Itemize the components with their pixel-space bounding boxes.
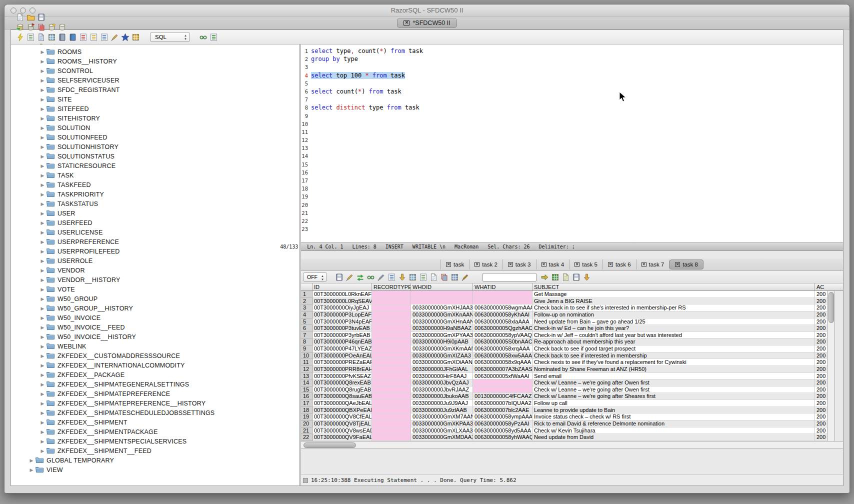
table-cell[interactable]	[473, 298, 532, 305]
table-cell[interactable]: 00T3000000Q8sauEAB	[312, 393, 372, 400]
table-cell[interactable]: 00T3000000L0RqSEAV	[312, 298, 372, 305]
table-cell[interactable]: 200	[815, 291, 827, 298]
disclosure-triangle-icon[interactable]: ▶	[38, 173, 46, 178]
sidebar-item-w50-invoice-feed[interactable]: ▶W50_INVOICE__FEED	[11, 322, 299, 332]
table-cell[interactable]: 00T3000000QV8wsEAD	[312, 428, 372, 434]
sidebar-item-zkfedex-shipment[interactable]: ▶ZKFEDEX__SHIPMENT	[11, 418, 299, 427]
table-cell[interactable]: 200	[815, 346, 827, 352]
table-cell[interactable]: Check w/ Leanne – we're going after Shea…	[532, 393, 815, 400]
sidebar-item-w50-group[interactable]: ▶W50_GROUP	[11, 294, 299, 304]
new-file-icon[interactable]	[15, 12, 26, 22]
table-cell[interactable]: 0033000000Ju9zlAAB	[411, 407, 473, 414]
disclosure-triangle-icon[interactable]: ▶	[38, 278, 46, 282]
connect-database-icon[interactable]	[15, 22, 26, 32]
table-cell[interactable]: 00T3000000L0RknEAF	[312, 291, 372, 298]
table-cell[interactable]: 00T3000000QV8CfEAL	[312, 414, 372, 420]
disclosure-triangle-icon[interactable]: ▶	[38, 401, 46, 406]
table-cell[interactable]: 200	[815, 414, 827, 420]
table-cell[interactable]: 200	[815, 325, 827, 332]
disclosure-triangle-icon[interactable]: ▶	[38, 325, 46, 330]
sidebar-item-zkfedex-shipment-feed[interactable]: ▶ZKFEDEX__SHIPMENT__FEED	[11, 446, 299, 456]
table-cell[interactable]	[411, 291, 473, 298]
table-cell[interactable]: 0033000000GmXM7AAN	[411, 414, 473, 420]
table-cell[interactable]	[372, 420, 411, 428]
table-cell[interactable]	[372, 393, 411, 400]
table-cell[interactable]: 00630000007A3bZAAS	[473, 366, 532, 373]
table-cell[interactable]: Check w/ Leanne – we're going after Owen…	[532, 386, 815, 394]
result-tab-task[interactable]: ✕task	[440, 260, 470, 270]
sidebar-item-solutionstatus[interactable]: ▶SOLUTIONSTATUS	[11, 152, 299, 161]
text-view-icon[interactable]	[428, 272, 439, 282]
table-cell[interactable]	[473, 291, 532, 298]
table-cell[interactable]: 00630000005QgzhAAC	[473, 325, 532, 332]
sidebar-item-solutionfeed[interactable]: ▶SOLUTIONFEED	[11, 132, 299, 142]
form-view-icon[interactable]	[418, 272, 428, 282]
disclosure-triangle-icon[interactable]: ▶	[38, 68, 46, 74]
table-cell[interactable]: 200	[815, 318, 827, 326]
table-cell[interactable]: Invoice status check – check w/ RS first	[532, 414, 815, 420]
result-tab-task-2[interactable]: ✕task 2	[470, 260, 503, 270]
table-cell[interactable]: 200	[815, 304, 827, 312]
column-header-row-number[interactable]	[301, 284, 312, 290]
column-header-whatid[interactable]: WHATID	[473, 284, 532, 290]
disclosure-triangle-icon[interactable]: ▶	[38, 154, 46, 159]
sort-column-icon[interactable]	[397, 272, 408, 282]
table-cell[interactable]: 200	[815, 434, 827, 441]
disclosure-triangle-icon[interactable]: ▶	[38, 144, 46, 150]
table-cell[interactable]: 200	[815, 359, 827, 366]
table-cell[interactable]: 006300000058xrqAAA	[473, 346, 532, 352]
disclosure-triangle-icon[interactable]: ▶	[38, 230, 46, 235]
table-cell[interactable]: Follow-up on nomination	[532, 312, 815, 318]
go-column-icon[interactable]	[540, 272, 550, 282]
table-cell[interactable]: 0033000000GmXLXAA3	[411, 428, 473, 434]
sidebar-item-sitefeed[interactable]: ▶SITEFEED	[11, 104, 299, 114]
column-header-whoid[interactable]: WHOID	[411, 284, 473, 290]
export-results-icon[interactable]	[550, 272, 560, 282]
table-cell[interactable]: 0033000000GmXPYAA3	[411, 332, 473, 339]
fetch-more-icon[interactable]	[582, 272, 592, 282]
table-cell[interactable]: 200	[815, 407, 827, 414]
sidebar-item-taskstatus[interactable]: ▶TASKSTATUS	[11, 199, 299, 208]
table-cell[interactable]	[372, 298, 411, 305]
disclosure-triangle-icon[interactable]: ▶	[38, 240, 46, 244]
table-cell[interactable]: 200	[815, 393, 827, 400]
sidebar-item-userlicense[interactable]: ▶USERLICENSE	[11, 228, 299, 237]
copy-red-icon[interactable]	[36, 22, 46, 32]
result-tab-task-5[interactable]: ✕task 5	[570, 260, 603, 270]
document-tab[interactable]: ✕ *SFDCW50 II	[397, 18, 456, 28]
table-cell[interactable]	[372, 318, 411, 326]
documentation-icon[interactable]	[68, 32, 78, 42]
table-cell[interactable]: 006300000058yd5AAA	[473, 428, 532, 434]
disclosure-triangle-icon[interactable]: ▶	[38, 220, 46, 226]
table-cell[interactable]: 00T3000000POeAnEAL	[312, 352, 372, 360]
close-result-tab-icon[interactable]: ✕	[642, 262, 646, 267]
disclosure-triangle-icon[interactable]: ▶	[28, 458, 36, 463]
table-cell[interactable]: 0013000000C4fFCAAZ	[473, 393, 532, 400]
table-cell[interactable]: 200	[815, 420, 827, 428]
sidebar-item-taskpriority[interactable]: ▶TASKPRIORITY	[11, 190, 299, 199]
disclosure-triangle-icon[interactable]: ▶	[38, 420, 46, 425]
table-cell[interactable]	[372, 428, 411, 434]
table-cell[interactable]	[372, 304, 411, 312]
sidebar-item-weblink[interactable]: ▶WEBLINK	[11, 342, 299, 351]
close-result-tab-icon[interactable]: ✕	[508, 262, 513, 267]
table-cell[interactable]: 0033000000GmXKnAAN	[411, 312, 473, 318]
table-cell[interactable]: 200	[815, 386, 827, 394]
highlight-pen-icon[interactable]	[460, 272, 470, 282]
sidebar-item-sitehistory[interactable]: ▶SITEHISTORY	[11, 114, 299, 123]
table-cell[interactable]: 00630000007bIQUAA2	[473, 400, 532, 407]
disclosure-triangle-icon[interactable]: ▶	[38, 363, 46, 368]
results-search-input[interactable]	[482, 273, 536, 282]
table-cell[interactable]	[411, 298, 473, 305]
disclosure-triangle-icon[interactable]: ▶	[38, 287, 46, 292]
table-cell[interactable]	[473, 380, 532, 386]
sidebar-item-task[interactable]: ▶TASK	[11, 170, 299, 180]
table-cell[interactable]: 006300000058yhWAAQ	[473, 434, 532, 441]
sidebar-item-sfdc-registrant[interactable]: ▶SFDC_REGISTRANT	[11, 85, 299, 94]
table-cell[interactable]: 00T3000000P3tuvEAB	[312, 325, 372, 332]
result-tab-task-4[interactable]: ✕task 4	[536, 260, 570, 270]
table-cell[interactable]: 00T3000000QBXPeEAP	[312, 407, 372, 414]
sidebar-item-rooms[interactable]: ▶ROOMS	[11, 47, 299, 56]
table-cell[interactable]: 0033000000GmXKPAA3	[411, 420, 473, 428]
table-cell[interactable]: 0033000000JbukoAAB	[411, 393, 473, 400]
